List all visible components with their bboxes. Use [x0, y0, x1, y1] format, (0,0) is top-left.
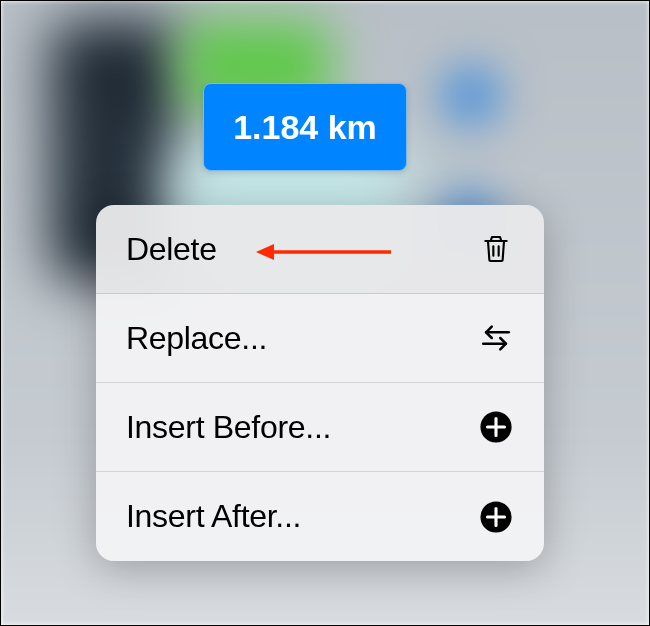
- menu-item-label: Replace...: [126, 320, 267, 357]
- value-token[interactable]: 1.184 km: [203, 83, 407, 171]
- menu-item-delete[interactable]: Delete: [96, 205, 544, 294]
- menu-item-label: Insert Before...: [126, 409, 331, 446]
- context-menu: Delete Replace... Insert Before...: [96, 205, 544, 561]
- menu-item-insert-before[interactable]: Insert Before...: [96, 383, 544, 472]
- token-label: 1.184 km: [233, 108, 377, 147]
- menu-item-label: Delete: [126, 231, 217, 268]
- swap-icon: [478, 320, 514, 356]
- plus-icon: [478, 499, 514, 535]
- bg-blur-dot: [441, 66, 501, 126]
- menu-item-replace[interactable]: Replace...: [96, 294, 544, 383]
- menu-item-label: Insert After...: [126, 498, 301, 535]
- menu-item-insert-after[interactable]: Insert After...: [96, 472, 544, 561]
- trash-icon: [478, 231, 514, 267]
- plus-icon: [478, 409, 514, 445]
